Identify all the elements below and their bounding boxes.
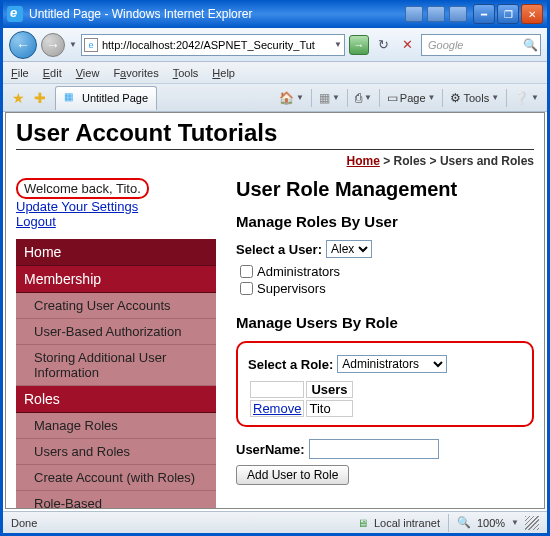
- tab-page-icon: ▦: [64, 91, 78, 105]
- browser-tab[interactable]: ▦ Untitled Page: [55, 86, 157, 110]
- separator: [347, 89, 348, 107]
- maximize-button[interactable]: ❐: [497, 4, 519, 24]
- page-label: Page: [400, 92, 426, 104]
- gear-icon: ⚙: [450, 91, 461, 105]
- breadcrumb-home-link[interactable]: Home: [347, 154, 380, 168]
- nav-creating-user-accounts[interactable]: Creating User Accounts: [16, 293, 216, 319]
- menu-file[interactable]: File: [11, 67, 29, 79]
- breadcrumb: Home > Roles > Users and Roles: [16, 152, 534, 178]
- update-settings-link[interactable]: Update Your Settings: [16, 199, 216, 214]
- logout-link[interactable]: Logout: [16, 214, 216, 229]
- supervisors-check-label: Supervisors: [257, 281, 326, 296]
- select-role-label: Select a Role:: [248, 357, 333, 372]
- print-button[interactable]: ⎙▼: [351, 87, 376, 109]
- nav-roles[interactable]: Roles: [16, 386, 216, 413]
- menu-view[interactable]: View: [76, 67, 100, 79]
- select-user-label: Select a User:: [236, 242, 322, 257]
- role-highlight-box: Select a Role: Administrators Users Remo…: [236, 341, 534, 427]
- nav-create-account-with-roles[interactable]: Create Account (with Roles): [16, 465, 216, 491]
- page-h1: User Account Tutorials: [16, 119, 534, 150]
- forward-arrow-icon: →: [46, 37, 60, 53]
- forward-button[interactable]: →: [41, 33, 65, 57]
- nav-role-based[interactable]: Role-Based: [16, 491, 216, 509]
- menu-tools[interactable]: Tools: [173, 67, 199, 79]
- separator: [379, 89, 380, 107]
- search-placeholder: Google: [424, 39, 522, 51]
- stop-button[interactable]: ✕: [397, 35, 417, 55]
- nav-user-based-authorization[interactable]: User-Based Authorization: [16, 319, 216, 345]
- table-col-users: Users: [306, 381, 352, 398]
- search-box[interactable]: Google 🔍: [421, 34, 541, 56]
- address-dropdown-icon[interactable]: ▼: [334, 40, 342, 49]
- ie-icon: [7, 6, 23, 22]
- nav-home[interactable]: Home: [16, 239, 216, 266]
- nav-users-and-roles[interactable]: Users and Roles: [16, 439, 216, 465]
- content-viewport: User Account Tutorials Home > Roles > Us…: [5, 112, 545, 509]
- separator: [311, 89, 312, 107]
- nav-membership[interactable]: Membership: [16, 266, 216, 293]
- tools-menu-button[interactable]: ⚙Tools▼: [446, 87, 503, 109]
- zone-icon: 🖥: [357, 517, 368, 529]
- status-bar: Done 🖥 Local intranet 🔍 100% ▼: [3, 511, 547, 533]
- select-role-dropdown[interactable]: Administrators: [337, 355, 447, 373]
- breadcrumb-sep: >: [383, 154, 390, 168]
- add-user-to-role-button[interactable]: Add User to Role: [236, 465, 349, 485]
- users-in-role-table: Users Remove Tito: [248, 379, 355, 419]
- username-label: UserName:: [236, 442, 305, 457]
- administrators-check-label: Administrators: [257, 264, 340, 279]
- home-icon: 🏠: [279, 91, 294, 105]
- nav-dropdown-icon[interactable]: ▼: [69, 40, 77, 49]
- resize-grip-icon[interactable]: [525, 516, 539, 530]
- menu-favorites[interactable]: Favorites: [113, 67, 158, 79]
- tools-label: Tools: [463, 92, 489, 104]
- search-icon[interactable]: 🔍: [522, 38, 538, 52]
- refresh-button[interactable]: ↻: [373, 35, 393, 55]
- select-user-dropdown[interactable]: Alex: [326, 240, 372, 258]
- url-text[interactable]: http://localhost:2042/ASPNET_Security_Tu…: [98, 39, 334, 51]
- menu-edit[interactable]: Edit: [43, 67, 62, 79]
- help-button[interactable]: ❔▼: [510, 87, 543, 109]
- separator: [448, 514, 449, 532]
- zoom-dropdown-icon[interactable]: ▼: [511, 518, 519, 527]
- left-column: Welcome back, Tito. Update Your Settings…: [16, 178, 216, 509]
- by-role-h3: Manage Users By Role: [236, 314, 534, 331]
- table-row: Remove Tito: [250, 400, 353, 417]
- breadcrumb-sep: >: [430, 154, 437, 168]
- title-bar: Untitled Page - Windows Internet Explore…: [3, 0, 547, 28]
- breadcrumb-l2: Users and Roles: [440, 154, 534, 168]
- go-button[interactable]: →: [349, 35, 369, 55]
- rss-icon: ▦: [319, 91, 330, 105]
- username-input[interactable]: [309, 439, 439, 459]
- home-button[interactable]: 🏠▼: [275, 87, 308, 109]
- print-icon: ⎙: [355, 91, 362, 105]
- back-arrow-icon: ←: [16, 37, 30, 53]
- window-extra-button[interactable]: [405, 6, 423, 22]
- page-menu-button[interactable]: ▭Page▼: [383, 87, 440, 109]
- address-bar[interactable]: e http://localhost:2042/ASPNET_Security_…: [81, 34, 345, 56]
- add-favorites-icon[interactable]: ✚: [29, 87, 51, 109]
- tab-title: Untitled Page: [82, 92, 148, 104]
- remove-user-link[interactable]: Remove: [253, 401, 301, 416]
- page-icon: e: [84, 38, 98, 52]
- back-button[interactable]: ←: [9, 31, 37, 59]
- nav-manage-roles[interactable]: Manage Roles: [16, 413, 216, 439]
- window-extra-button[interactable]: [449, 6, 467, 22]
- window-extra-button[interactable]: [427, 6, 445, 22]
- zoom-icon[interactable]: 🔍: [457, 516, 471, 529]
- nav-storing-additional-info[interactable]: Storing Additional User Information: [16, 345, 216, 386]
- feeds-button[interactable]: ▦▼: [315, 87, 344, 109]
- menu-help[interactable]: Help: [212, 67, 235, 79]
- separator: [506, 89, 507, 107]
- supervisors-checkbox[interactable]: [240, 282, 253, 295]
- close-button[interactable]: ✕: [521, 4, 543, 24]
- help-icon: ❔: [514, 91, 529, 105]
- favorites-star-icon[interactable]: ★: [7, 87, 29, 109]
- side-navigation: Home Membership Creating User Accounts U…: [16, 239, 216, 509]
- zoom-level: 100%: [477, 517, 505, 529]
- minimize-button[interactable]: ━: [473, 4, 495, 24]
- separator: [442, 89, 443, 107]
- security-zone: Local intranet: [374, 517, 440, 529]
- administrators-checkbox[interactable]: [240, 265, 253, 278]
- main-h2: User Role Management: [236, 178, 534, 201]
- status-text: Done: [11, 517, 37, 529]
